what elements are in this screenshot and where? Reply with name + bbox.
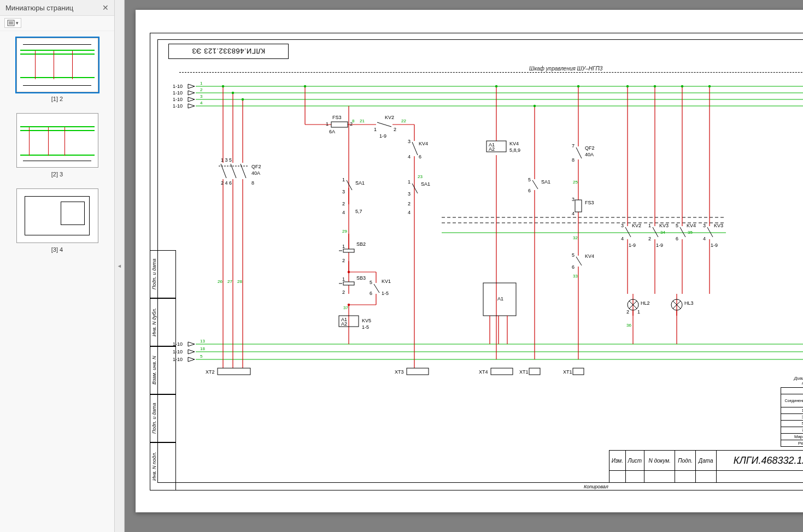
svg-text:KV2: KV2	[385, 115, 394, 120]
svg-text:6: 6	[528, 188, 531, 193]
svg-point-255	[348, 304, 350, 306]
svg-text:SA1: SA1	[355, 180, 365, 186]
canvas-scroll[interactable]: КЛГИ.468332.123 Э3 Шкаф управления ШУ–НГ…	[125, 0, 803, 532]
svg-text:1-10: 1-10	[173, 97, 183, 102]
thumbnail-options-button[interactable]: ▾	[4, 18, 21, 28]
svg-text:35: 35	[688, 230, 693, 235]
svg-text:5,8,9: 5,8,9	[509, 147, 520, 153]
svg-text:3: 3	[703, 223, 706, 228]
svg-line-208	[653, 227, 658, 237]
schematic-svg: 1-10 1-10 1-10 1-10 1 2 3 4	[136, 10, 803, 512]
document-viewport: КЛГИ.468332.123 Э3 Шкаф управления ШУ–НГ…	[125, 0, 803, 532]
svg-text:3: 3	[408, 139, 411, 144]
svg-text:QF2: QF2	[251, 164, 261, 169]
svg-rect-151	[407, 368, 429, 375]
svg-text:5: 5	[370, 280, 372, 285]
svg-text:KV4: KV4	[419, 141, 428, 146]
svg-text:1-9: 1-9	[656, 243, 663, 248]
svg-text:3: 3	[408, 191, 411, 197]
svg-line-209	[680, 227, 685, 237]
svg-text:FS3: FS3	[332, 115, 342, 120]
svg-marker-20	[188, 97, 195, 102]
svg-text:40A: 40A	[585, 152, 594, 157]
svg-text:KV3: KV3	[714, 223, 723, 228]
svg-text:KV2: KV2	[632, 223, 641, 228]
svg-point-254	[348, 271, 350, 273]
svg-text:6: 6	[572, 264, 575, 270]
svg-text:1-9: 1-9	[629, 243, 636, 248]
svg-rect-82	[331, 122, 348, 127]
svg-text:1-10: 1-10	[173, 84, 183, 89]
footer-copied: Копировал	[584, 484, 608, 489]
svg-text:6: 6	[419, 154, 421, 159]
svg-text:18: 18	[200, 346, 205, 351]
svg-line-191	[576, 257, 582, 265]
svg-text:37: 37	[343, 305, 348, 310]
svg-text:HL3: HL3	[684, 300, 694, 306]
svg-text:3: 3	[621, 223, 624, 228]
svg-text:7: 7	[572, 143, 575, 149]
svg-text:36: 36	[626, 323, 631, 328]
svg-text:1: 1	[637, 309, 640, 315]
svg-text:KV4: KV4	[687, 223, 696, 228]
svg-marker-19	[188, 91, 195, 95]
svg-point-252	[681, 85, 683, 87]
svg-text:1: 1	[342, 276, 345, 282]
svg-line-95	[412, 142, 418, 155]
svg-text:5: 5	[200, 354, 203, 359]
svg-marker-42	[188, 350, 195, 354]
svg-text:21: 21	[360, 119, 365, 123]
svg-text:1   3   5: 1 3 5	[221, 157, 232, 163]
svg-text:4: 4	[200, 101, 203, 105]
svg-text:2   4   6: 2 4 6	[221, 180, 232, 186]
svg-text:A2: A2	[489, 146, 495, 152]
svg-text:1: 1	[200, 81, 203, 86]
svg-text:2: 2	[342, 258, 345, 263]
collapse-sidebar-tab[interactable]	[115, 0, 125, 532]
svg-text:5: 5	[572, 252, 575, 258]
svg-text:4: 4	[621, 236, 624, 241]
svg-text:1: 1	[342, 177, 345, 182]
svg-text:23: 23	[418, 174, 423, 179]
svg-rect-171	[491, 368, 513, 375]
svg-text:1-10: 1-10	[173, 341, 183, 347]
svg-text:1: 1	[374, 127, 377, 132]
svg-text:1: 1	[326, 121, 329, 127]
svg-text:4: 4	[572, 211, 575, 216]
svg-text:2: 2	[648, 236, 651, 241]
svg-text:25: 25	[573, 180, 578, 185]
thumbnail-page-2[interactable]: [2] 3	[5, 113, 109, 178]
svg-text:QF2: QF2	[585, 145, 595, 151]
svg-text:6А: 6А	[329, 129, 335, 134]
svg-text:27: 27	[227, 279, 232, 284]
svg-point-246	[242, 98, 244, 101]
svg-text:XT1: XT1	[519, 369, 529, 375]
svg-text:33: 33	[573, 274, 578, 279]
thumbnail-page-3[interactable]: [3] 4	[5, 188, 109, 253]
svg-line-177	[576, 147, 582, 158]
svg-text:A2: A2	[341, 321, 347, 327]
svg-point-245	[232, 92, 234, 94]
svg-text:KV4: KV4	[509, 141, 519, 146]
svg-text:6: 6	[370, 291, 372, 296]
svg-text:KV1: KV1	[382, 279, 391, 284]
svg-text:1-5: 1-5	[362, 324, 369, 330]
svg-text:1: 1	[648, 223, 651, 228]
svg-text:34: 34	[660, 230, 665, 235]
svg-text:26: 26	[218, 279, 222, 284]
svg-text:KV4: KV4	[585, 253, 594, 259]
svg-text:1-10: 1-10	[173, 357, 183, 362]
thumbnail-page-1[interactable]: [1] 2	[5, 38, 109, 102]
sidebar-toolbar: ▾	[0, 16, 114, 31]
svg-rect-173	[529, 368, 540, 375]
svg-line-210	[707, 227, 713, 237]
svg-text:3: 3	[200, 94, 203, 99]
svg-text:8: 8	[251, 180, 254, 186]
close-sidebar-button[interactable]: ✕	[102, 3, 109, 12]
thumbnail-list[interactable]: [1] 2 [2] 3	[0, 31, 114, 532]
chevron-down-icon: ▾	[16, 20, 19, 26]
svg-text:SB3: SB3	[356, 275, 366, 281]
svg-point-251	[654, 85, 656, 87]
svg-text:FS3: FS3	[585, 200, 594, 205]
svg-point-243	[304, 85, 306, 87]
